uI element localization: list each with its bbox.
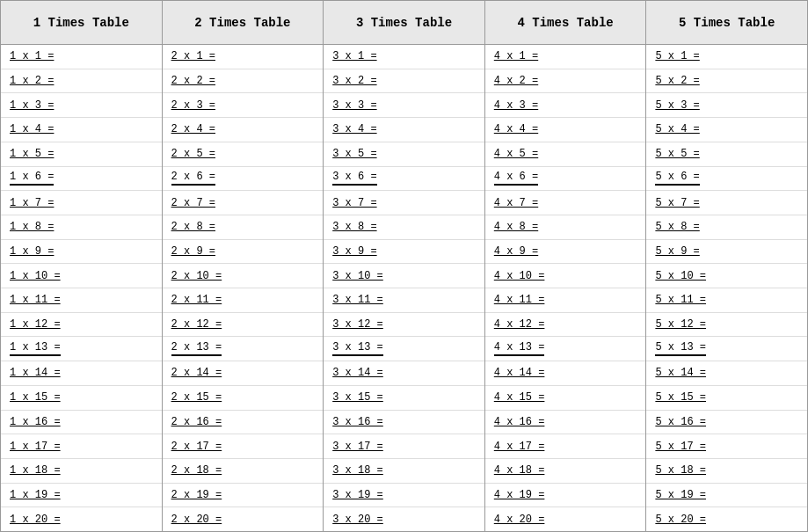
column-body-2: 2 x 1 =2 x 2 =2 x 3 =2 x 4 =2 x 5 =2 x 6… (163, 45, 324, 531)
multiplication-expression: 2 x 8 = (171, 221, 215, 233)
table-row: 4 x 12 = (485, 313, 646, 338)
multiplication-expression: 5 x 12 = (655, 318, 706, 331)
table-row: 3 x 15 = (324, 386, 484, 411)
multiplication-expression: 3 x 8 = (332, 221, 376, 233)
table-row: 1 x 14 = (1, 361, 162, 386)
table-row: 2 x 18 = (163, 459, 324, 484)
table-row: 2 x 20 = (163, 507, 324, 531)
multiplication-expression: 3 x 18 = (332, 464, 383, 477)
table-row: 3 x 10 = (324, 264, 484, 288)
table-row: 5 x 8 = (646, 215, 807, 240)
multiplication-expression: 3 x 15 = (332, 391, 383, 404)
multiplication-expression: 3 x 13 = (332, 341, 383, 356)
multiplication-expression: 2 x 4 = (171, 123, 215, 135)
table-row: 1 x 7 = (1, 191, 162, 215)
column-body-4: 4 x 1 =4 x 2 =4 x 3 =4 x 4 =4 x 5 =4 x 6… (485, 45, 646, 531)
multiplication-expression: 2 x 19 = (171, 489, 222, 501)
multiplication-expression: 4 x 3 = (494, 99, 538, 112)
multiplication-expression: 1 x 12 = (10, 318, 61, 331)
multiplication-expression: 1 x 1 = (10, 50, 54, 62)
multiplication-expression: 3 x 6 = (332, 171, 376, 186)
table-row: 4 x 19 = (485, 484, 646, 508)
table-row: 5 x 4 = (646, 118, 807, 142)
multiplication-expression: 1 x 15 = (10, 391, 61, 404)
table-row: 1 x 1 = (1, 45, 162, 69)
table-row: 1 x 12 = (1, 313, 162, 338)
table-row: 1 x 4 = (1, 118, 162, 142)
multiplication-expression: 4 x 4 = (494, 123, 538, 135)
multiplication-expression: 2 x 1 = (171, 50, 215, 62)
multiplication-expression: 2 x 3 = (171, 99, 215, 112)
table-row: 3 x 5 = (324, 142, 484, 167)
column-2: 2 Times Table2 x 1 =2 x 2 =2 x 3 =2 x 4 … (163, 1, 324, 531)
table-row: 4 x 4 = (485, 118, 646, 142)
multiplication-expression: 3 x 20 = (332, 514, 383, 526)
multiplication-expression: 3 x 11 = (332, 294, 383, 306)
table-row: 5 x 12 = (646, 313, 807, 338)
table-row: 4 x 16 = (485, 411, 646, 435)
multiplication-expression: 1 x 8 = (10, 221, 54, 233)
multiplication-expression: 1 x 6 = (10, 171, 54, 186)
multiplication-expression: 1 x 13 = (10, 341, 61, 356)
multiplication-expression: 2 x 17 = (171, 441, 222, 453)
multiplication-expression: 4 x 1 = (494, 50, 538, 62)
multiplication-expression: 3 x 9 = (332, 245, 376, 258)
table-row: 2 x 13 = (163, 337, 324, 361)
multiplication-expression: 5 x 13 = (655, 341, 706, 356)
table-row: 4 x 9 = (485, 240, 646, 265)
multiplication-expression: 5 x 17 = (655, 441, 706, 453)
multiplication-expression: 4 x 14 = (494, 367, 545, 379)
column-header-1: 1 Times Table (1, 1, 162, 45)
multiplication-expression: 1 x 10 = (10, 270, 61, 282)
multiplication-expression: 3 x 4 = (332, 123, 376, 135)
table-row: 5 x 7 = (646, 191, 807, 215)
multiplication-expression: 3 x 14 = (332, 367, 383, 379)
multiplication-expression: 3 x 17 = (332, 441, 383, 453)
table-row: 5 x 9 = (646, 240, 807, 265)
table-row: 2 x 17 = (163, 434, 324, 459)
table-row: 1 x 5 = (1, 142, 162, 167)
multiplication-expression: 2 x 15 = (171, 391, 222, 404)
multiplication-expression: 3 x 12 = (332, 318, 383, 331)
multiplication-expression: 4 x 11 = (494, 294, 545, 306)
table-row: 3 x 4 = (324, 118, 484, 142)
table-row: 2 x 6 = (163, 167, 324, 192)
table-row: 3 x 6 = (324, 167, 484, 192)
table-row: 1 x 19 = (1, 484, 162, 508)
multiplication-expression: 5 x 6 = (655, 171, 699, 186)
multiplication-expression: 4 x 15 = (494, 391, 545, 404)
table-row: 3 x 13 = (324, 337, 484, 361)
column-5: 5 Times Table5 x 1 =5 x 2 =5 x 3 =5 x 4 … (646, 1, 807, 531)
column-1: 1 Times Table1 x 1 =1 x 2 =1 x 3 =1 x 4 … (1, 1, 163, 531)
multiplication-expression: 3 x 7 = (332, 197, 376, 209)
table-row: 2 x 3 = (163, 93, 324, 118)
table-row: 1 x 20 = (1, 507, 162, 531)
table-row: 2 x 19 = (163, 484, 324, 508)
multiplication-expression: 4 x 12 = (494, 318, 545, 331)
table-row: 4 x 14 = (485, 361, 646, 386)
multiplication-expression: 2 x 7 = (171, 197, 215, 209)
multiplication-expression: 5 x 9 = (655, 245, 699, 258)
table-row: 2 x 7 = (163, 191, 324, 215)
column-header-3: 3 Times Table (324, 1, 484, 45)
multiplication-expression: 4 x 5 = (494, 148, 538, 160)
table-row: 3 x 9 = (324, 240, 484, 265)
table-row: 3 x 20 = (324, 507, 484, 531)
multiplication-expression: 5 x 2 = (655, 75, 699, 87)
multiplication-expression: 2 x 11 = (171, 294, 222, 306)
multiplication-expression: 5 x 8 = (655, 221, 699, 233)
table-row: 2 x 10 = (163, 264, 324, 288)
column-3: 3 Times Table3 x 1 =3 x 2 =3 x 3 =3 x 4 … (324, 1, 485, 531)
multiplication-expression: 5 x 19 = (655, 489, 706, 501)
table-row: 1 x 10 = (1, 264, 162, 288)
table-row: 1 x 9 = (1, 240, 162, 265)
table-row: 5 x 2 = (646, 69, 807, 94)
table-row: 5 x 5 = (646, 142, 807, 167)
table-row: 5 x 17 = (646, 434, 807, 459)
multiplication-expression: 1 x 3 = (10, 99, 54, 112)
multiplication-expression: 2 x 2 = (171, 75, 215, 87)
multiplication-expression: 1 x 7 = (10, 197, 54, 209)
table-row: 4 x 8 = (485, 215, 646, 240)
table-row: 3 x 2 = (324, 69, 484, 94)
multiplication-expression: 5 x 7 = (655, 197, 699, 209)
